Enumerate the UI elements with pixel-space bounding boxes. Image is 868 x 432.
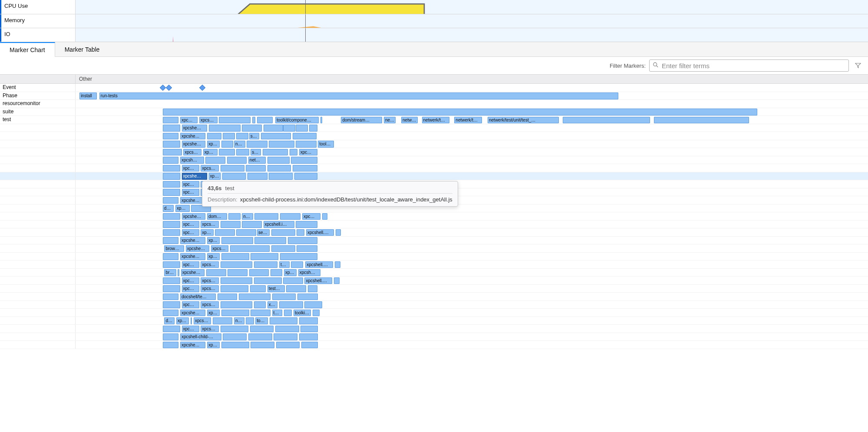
filter-funnel-button[interactable] [852, 60, 864, 71]
marker[interactable] [251, 342, 274, 349]
marker[interactable] [251, 253, 278, 260]
event-diamond[interactable] [160, 85, 166, 91]
marker[interactable]: xp… [176, 317, 189, 324]
marker[interactable] [236, 133, 248, 140]
row-track[interactable]: xpc… [76, 180, 868, 188]
marker[interactable] [301, 342, 318, 349]
marker[interactable]: xpcshe… [180, 237, 205, 244]
marker[interactable] [247, 141, 267, 148]
marker[interactable]: n… [234, 141, 245, 148]
marker[interactable] [304, 301, 322, 308]
marker[interactable] [163, 125, 180, 132]
marker[interactable] [254, 213, 278, 220]
marker[interactable] [221, 310, 249, 317]
marker[interactable] [309, 125, 317, 132]
marker[interactable] [297, 245, 317, 252]
marker[interactable] [322, 213, 328, 220]
marker[interactable] [288, 237, 317, 244]
marker[interactable] [163, 173, 180, 180]
marker[interactable]: xpcshe… [181, 269, 205, 276]
marker[interactable]: xpcshe… [186, 245, 210, 252]
row-track[interactable]: xpcshe…xp…n…tool… [76, 140, 868, 148]
marker[interactable] [283, 277, 303, 284]
marker[interactable] [291, 157, 317, 164]
marker[interactable] [163, 221, 180, 228]
marker[interactable] [163, 133, 179, 140]
event-diamond[interactable] [199, 85, 205, 91]
marker[interactable]: netwerk/t… [422, 117, 450, 124]
marker[interactable]: xpcshe… [182, 213, 206, 220]
marker[interactable] [163, 157, 179, 164]
marker[interactable]: xpcs… [201, 261, 219, 268]
marker[interactable] [276, 342, 300, 349]
marker[interactable]: xpc… [180, 117, 198, 124]
marker[interactable]: xp… [175, 205, 190, 212]
track-memory[interactable]: Memory [0, 14, 868, 28]
marker[interactable] [286, 285, 306, 292]
row-track[interactable]: xpc…xpcs… [76, 325, 868, 333]
marker[interactable]: xpc… [182, 261, 199, 268]
marker[interactable]: xpcs… [194, 317, 211, 324]
marker[interactable]: xpcshe… [182, 173, 207, 180]
marker[interactable]: xpc… [182, 181, 199, 188]
marker[interactable]: netw… [401, 117, 418, 124]
marker[interactable]: xpcs… [201, 221, 219, 228]
marker[interactable] [254, 301, 266, 308]
row-track[interactable]: xpcshe…xp… [76, 253, 868, 261]
marker[interactable] [221, 141, 233, 148]
marker[interactable]: xpcshe… [180, 310, 205, 317]
playhead[interactable] [305, 28, 306, 42]
marker[interactable]: xpcshe… [180, 253, 205, 260]
marker[interactable] [163, 285, 180, 292]
marker[interactable] [250, 326, 274, 333]
marker[interactable] [230, 245, 270, 252]
marker[interactable]: xp… [207, 237, 220, 244]
marker[interactable] [223, 133, 234, 140]
marker[interactable]: toolkit/compone… [275, 117, 319, 124]
marker[interactable]: xp… [207, 253, 220, 260]
marker-chart-body[interactable]: EventPhaseinstallrun-testsresourcemonito… [0, 84, 868, 349]
row-track[interactable]: xpc…xpcs…test… [76, 285, 868, 293]
marker[interactable]: xpcs… [201, 301, 219, 308]
marker[interactable] [275, 326, 299, 333]
marker[interactable] [163, 165, 180, 172]
row-track[interactable]: xpcshell-child-… [76, 333, 868, 341]
marker[interactable] [249, 269, 269, 276]
marker[interactable] [213, 317, 233, 324]
marker[interactable]: br… [164, 269, 176, 276]
marker[interactable] [297, 229, 304, 236]
marker[interactable]: xpc… [182, 221, 199, 228]
row-track[interactable]: d…xp…xpcs…n…too… [76, 317, 868, 325]
marker[interactable]: ne… [384, 117, 396, 124]
marker[interactable] [221, 301, 252, 308]
row-track[interactable]: xpcshe…xp…t…toolki… [76, 309, 868, 317]
marker[interactable] [271, 229, 295, 236]
marker[interactable] [163, 149, 182, 156]
marker[interactable]: s… [251, 149, 261, 156]
row-track[interactable] [76, 100, 868, 108]
marker[interactable] [219, 149, 235, 156]
marker[interactable]: xpcs… [183, 149, 201, 156]
marker[interactable]: dom… [207, 213, 227, 220]
marker[interactable] [163, 277, 180, 284]
marker[interactable]: xp… [284, 269, 297, 276]
marker[interactable]: se… [257, 229, 270, 236]
marker[interactable]: install [79, 92, 97, 99]
marker[interactable] [221, 253, 249, 260]
row-track[interactable]: xpcshe… [76, 196, 868, 204]
row-track[interactable]: xpcshe…s… [76, 132, 868, 140]
marker[interactable] [252, 117, 255, 124]
marker[interactable]: xp… [207, 342, 220, 349]
marker[interactable] [163, 253, 179, 260]
marker[interactable] [248, 173, 267, 180]
marker[interactable] [228, 269, 248, 276]
marker[interactable] [297, 293, 318, 300]
marker[interactable] [271, 269, 282, 276]
marker[interactable] [280, 253, 317, 260]
marker[interactable]: d… [163, 205, 174, 212]
tab-marker-chart[interactable]: Marker Chart [0, 42, 55, 57]
marker[interactable] [248, 333, 272, 340]
marker[interactable] [293, 165, 317, 172]
marker[interactable] [163, 333, 179, 340]
marker[interactable] [299, 317, 318, 324]
